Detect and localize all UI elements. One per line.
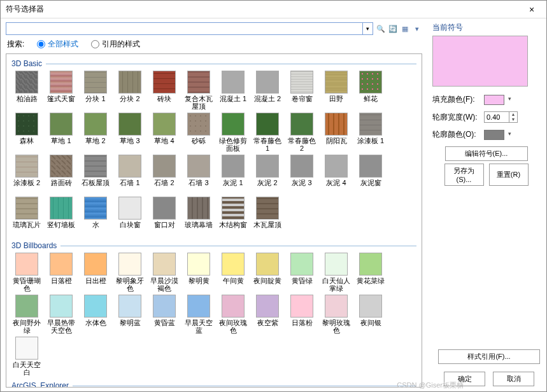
- symbol-item[interactable]: 涂漆板 2: [11, 155, 42, 194]
- search-icon[interactable]: 🔍: [376, 24, 386, 34]
- outline-width-spinner[interactable]: ▲ ▼: [484, 111, 518, 123]
- symbol-item[interactable]: 常春藤色 2: [287, 113, 317, 152]
- view-icon[interactable]: ▦: [400, 24, 410, 34]
- symbol-item[interactable]: 草地 2: [80, 113, 111, 152]
- symbol-item[interactable]: 鲜花: [355, 71, 386, 110]
- symbol-item[interactable]: 夜空紫: [252, 295, 283, 334]
- symbol-item[interactable]: 夜间野外绿: [11, 295, 42, 334]
- symbol-item[interactable]: 早晨天空蓝: [183, 295, 214, 334]
- reset-button[interactable]: 重置(R): [489, 164, 529, 186]
- symbol-item[interactable]: 黎明蓝: [115, 295, 145, 334]
- radio-all-styles[interactable]: 全部样式: [37, 39, 78, 50]
- symbol-swatch: [222, 197, 245, 220]
- symbol-item[interactable]: 草地 3: [115, 113, 145, 152]
- outline-color-picker[interactable]: [484, 130, 504, 140]
- symbol-item[interactable]: 砂砾: [183, 113, 214, 152]
- symbol-item[interactable]: 砖块: [149, 71, 180, 110]
- symbol-item[interactable]: 路面砖: [46, 155, 76, 194]
- symbol-item[interactable]: 森林: [11, 113, 42, 152]
- search-dropdown-icon[interactable]: ▾: [362, 23, 373, 34]
- symbol-item[interactable]: 卷帘窗: [287, 71, 317, 110]
- symbol-item[interactable]: 石墙 3: [183, 155, 214, 194]
- edit-symbol-button[interactable]: 编辑符号(E)...: [445, 146, 528, 161]
- symbol-item[interactable]: 复合木瓦屋顶: [183, 71, 214, 110]
- symbol-item[interactable]: 日落橙: [46, 253, 76, 292]
- outline-width-input[interactable]: [485, 112, 509, 122]
- close-button[interactable]: ×: [522, 3, 541, 16]
- symbol-item[interactable]: 混凝土 2: [252, 71, 283, 110]
- symbol-item[interactable]: 窗口对: [149, 197, 180, 236]
- symbol-label: 木结构窗: [219, 221, 247, 236]
- symbol-list[interactable]: 3D Basic柏油路篷式天窗分块 1分块 2砖块复合木瓦屋顶混凝土 1混凝土 …: [6, 53, 422, 388]
- symbol-item[interactable]: 灰泥 1: [218, 155, 248, 194]
- symbol-item[interactable]: 灰泥 2: [252, 155, 283, 194]
- radio-all-input[interactable]: [37, 40, 45, 48]
- symbol-item[interactable]: 水: [80, 197, 111, 236]
- fill-color-row: 填充颜色(F):: [432, 94, 540, 105]
- search-input[interactable]: [6, 23, 362, 34]
- symbol-item[interactable]: 石墙 1: [115, 155, 145, 194]
- symbol-item[interactable]: 日落粉: [287, 295, 317, 334]
- symbol-item[interactable]: 午间黄: [218, 253, 248, 292]
- fill-color-picker[interactable]: [484, 95, 504, 105]
- symbol-item[interactable]: 黄昏蓝: [149, 295, 180, 334]
- symbol-item[interactable]: 日出橙: [80, 253, 111, 292]
- symbol-item[interactable]: 黄昏绿: [287, 253, 317, 292]
- symbol-item[interactable]: 木结构窗: [218, 197, 248, 236]
- radio-ref-input[interactable]: [91, 40, 99, 48]
- spin-up[interactable]: ▲: [509, 112, 517, 117]
- symbol-item[interactable]: 琉璃瓦片: [11, 197, 42, 236]
- symbol-item[interactable]: 黎明黄: [183, 253, 214, 292]
- symbol-item[interactable]: 石墙 2: [149, 155, 180, 194]
- symbol-item[interactable]: 早晨热带天空色: [46, 295, 76, 334]
- cancel-button[interactable]: 取消: [493, 372, 534, 386]
- symbol-item[interactable]: 田野: [321, 71, 352, 110]
- watermark: CSDN @Giser板栗糖: [397, 381, 464, 390]
- symbol-label: 草地 3: [120, 137, 139, 152]
- symbol-swatch: [290, 155, 313, 178]
- radio-referenced-styles[interactable]: 引用的样式: [91, 39, 140, 50]
- symbol-item[interactable]: 木瓦屋顶: [252, 197, 283, 236]
- symbol-item[interactable]: 草地 1: [46, 113, 76, 152]
- symbol-item[interactable]: 黎明玫瑰色: [321, 295, 352, 334]
- symbol-item[interactable]: 混凝土 1: [218, 71, 248, 110]
- symbol-item[interactable]: 柏油路: [11, 71, 42, 110]
- save-as-button[interactable]: 另存为(S)...: [444, 164, 484, 186]
- symbol-item[interactable]: 夜间银: [355, 295, 386, 334]
- symbol-item[interactable]: 常春藤色 1: [252, 113, 283, 152]
- symbol-item[interactable]: 黄昏珊瑚色: [11, 253, 42, 292]
- symbol-label: 夜空紫: [257, 319, 278, 334]
- symbol-item[interactable]: 夜间靛黄: [252, 253, 283, 292]
- symbol-item[interactable]: 涂漆板 1: [355, 113, 386, 152]
- symbol-item[interactable]: 白天天空白: [11, 337, 42, 376]
- save-reset-row: 另存为(S)... 重置(R): [432, 164, 540, 186]
- symbol-item[interactable]: 灰泥 4: [321, 155, 352, 194]
- symbol-item[interactable]: 早晨沙漠褐色: [149, 253, 180, 292]
- symbol-item[interactable]: 竖钉墙板: [46, 197, 76, 236]
- symbol-item[interactable]: 黎明象牙色: [115, 253, 145, 292]
- symbol-item[interactable]: 分块 2: [115, 71, 145, 110]
- symbol-swatch: [256, 71, 279, 94]
- symbol-label: 灰泥 3: [292, 179, 311, 194]
- symbol-item[interactable]: 玻璃幕墙: [183, 197, 214, 236]
- symbol-item[interactable]: 灰泥窗: [355, 155, 386, 194]
- symbol-swatch: [325, 253, 348, 276]
- symbol-item[interactable]: 白块窗: [115, 197, 145, 236]
- symbol-item[interactable]: 水体色: [80, 295, 111, 334]
- symbol-item[interactable]: 绿色修剪面板: [218, 113, 248, 152]
- dropdown-icon[interactable]: ▾: [412, 24, 422, 34]
- symbol-item[interactable]: 黄花菜绿: [355, 253, 386, 292]
- symbol-item[interactable]: 夜间玫瑰色: [218, 295, 248, 334]
- symbol-item[interactable]: 白天仙人掌绿: [321, 253, 352, 292]
- spin-down[interactable]: ▼: [509, 117, 517, 122]
- symbol-item[interactable]: 篷式天窗: [46, 71, 76, 110]
- symbol-item[interactable]: 阴阳瓦: [321, 113, 352, 152]
- style-references-button[interactable]: 样式引用(F)...: [438, 349, 540, 364]
- symbol-item[interactable]: 分块 1: [80, 71, 111, 110]
- search-combobox[interactable]: ▾: [6, 22, 373, 35]
- refresh-icon[interactable]: 🔄: [388, 24, 398, 34]
- symbol-swatch: [325, 71, 348, 94]
- symbol-item[interactable]: 石板屋顶: [80, 155, 111, 194]
- symbol-item[interactable]: 灰泥 3: [287, 155, 317, 194]
- symbol-item[interactable]: 草地 4: [149, 113, 180, 152]
